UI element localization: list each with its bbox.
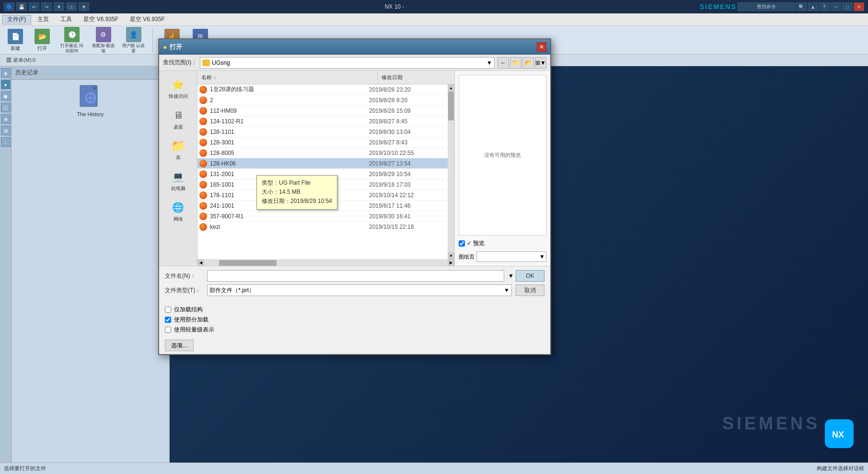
scroll-right-arrow[interactable]: ▶ [448, 259, 454, 266]
preview-options: ✓ 预览 图纸页 ▼ [459, 239, 546, 262]
file-row[interactable]: 1至28课的练习题 2019/8/26 23:20 [197, 84, 448, 95]
userdefault-icon: 👤 [126, 27, 141, 42]
filetype-select[interactable]: 部件文件（*.prt） ▼ [207, 284, 512, 296]
sidebar: 历史记录 □ The History [12, 66, 170, 462]
scroll-down-arrow[interactable]: ▼ [448, 252, 454, 259]
tb-more[interactable]: ▼ [54, 2, 64, 11]
toolbar-new-btn[interactable]: 📄 新建 [4, 27, 27, 53]
file-row[interactable]: 124-1102-R1 2019/8/27 8:45 [197, 116, 448, 127]
search-box[interactable]: 查找命令 [738, 2, 795, 11]
col-name-header[interactable]: 名称 ↑ [197, 71, 378, 84]
file-date: 2019/10/15 22:18 [369, 224, 446, 230]
maximize-btn[interactable]: □ [842, 2, 853, 11]
tb-undo[interactable]: ↩ [29, 2, 39, 11]
expand-btn[interactable]: ▲ [808, 2, 818, 11]
minimize-btn[interactable]: ─ [831, 2, 841, 11]
nav-pc[interactable]: 💻 此电脑 [162, 167, 195, 194]
sidebar-icon-1[interactable]: ◈ [1, 68, 11, 78]
sidebar-icon-4[interactable]: ◫ [1, 103, 11, 112]
file-row[interactable]: 2 2019/8/28 9:20 [197, 95, 448, 106]
horizontal-scrollbar[interactable]: ◀ ▶ [197, 259, 454, 266]
sidebar-icon-7[interactable]: ↕ [1, 137, 11, 147]
file-scroll-area: 1至28课的练习题 2019/8/26 23:20 2 2019/8/28 9:… [197, 84, 454, 259]
filename-dropdown[interactable]: ▼ [508, 273, 512, 279]
file-name: 2 [210, 97, 369, 104]
preview-checkbox[interactable]: ✓ 预览 [459, 239, 546, 248]
scroll-thumb[interactable] [448, 92, 454, 120]
nav-library[interactable]: 📁 库 [162, 136, 195, 163]
dialog-title-text: ● 打开 [163, 43, 182, 51]
tb-redo[interactable]: ↪ [41, 2, 52, 11]
page-dropdown[interactable]: ▼ [476, 251, 546, 262]
sidebar-icon-3[interactable]: ◉ [1, 91, 11, 101]
menu-star2[interactable]: 星空 V6.935F [125, 15, 170, 24]
file-row[interactable]: 128-1101 2019/8/30 13:04 [197, 127, 448, 137]
file-row[interactable]: 357-9007-R1 2019/8/30 16:41 [197, 211, 448, 222]
tb-extra[interactable]: ▼ [79, 2, 89, 11]
cancel-button[interactable]: 取消 [516, 284, 544, 296]
menu-tools[interactable]: 工具 [55, 15, 77, 24]
file-date: 2019/8/27 8:45 [369, 118, 446, 125]
library-icon: 📁 [171, 138, 186, 154]
file-nx-icon [199, 170, 207, 178]
search-icon[interactable]: 🔍 [796, 2, 807, 11]
partial-load-checkbox[interactable] [165, 317, 171, 323]
toolbar-userdefault-btn[interactable]: 👤 用户默 认设置 [120, 25, 147, 55]
app-close-btn[interactable]: ✕ [854, 2, 864, 11]
sidebar-icon-6[interactable]: ⊞ [1, 126, 11, 135]
tb-save[interactable]: 💾 [16, 2, 27, 11]
toolbar-recent-btn[interactable]: 🕐 打开最近 问的部件 [58, 25, 86, 55]
history-item[interactable]: The History [77, 84, 104, 117]
history-item-label: The History [77, 111, 104, 117]
load-struct-checkbox[interactable] [165, 307, 171, 313]
nav-quick-access[interactable]: ⭐ 快速访问 [162, 75, 195, 102]
file-name: 124-1102-R1 [210, 118, 369, 125]
siemens-logo: SIEMENS [700, 3, 737, 11]
dialog-nav-btns: ← 📁 📂 ⊞▼ [498, 57, 546, 69]
file-date: 2019/8/30 16:41 [369, 213, 446, 220]
page-select-row: 图纸页 ▼ [459, 251, 546, 262]
filename-input[interactable] [207, 270, 504, 282]
app-title: NX 10 - [89, 3, 700, 10]
toolbar-open-btn[interactable]: 📂 打开 [31, 27, 54, 53]
app-menu-icon[interactable]: 🔵 [4, 2, 14, 11]
menu-home[interactable]: 主页 [32, 15, 54, 24]
location-input[interactable]: UGsng ▼ [200, 57, 495, 69]
options-button[interactable]: 选项... [165, 340, 194, 351]
ok-button[interactable]: OK [516, 270, 544, 282]
dialog-close-btn[interactable]: ✕ [537, 42, 546, 52]
menu-file[interactable]: 文件(F) [2, 15, 31, 24]
sort-arrow: ↑ [214, 75, 216, 80]
nav-back-btn[interactable]: ← [498, 57, 509, 69]
scroll-left-arrow[interactable]: ◀ [197, 259, 204, 266]
filetype-row: 文件类型(T)： 部件文件（*.prt） ▼ 取消 [165, 284, 544, 296]
nav-create-btn[interactable]: 📂 [522, 57, 534, 69]
tb-cmd[interactable]: □□ [66, 2, 77, 11]
file-row[interactable]: 128-HK06 2019/8/27 13:54 [197, 158, 448, 169]
col-date-header[interactable]: 修改日期 [378, 71, 454, 84]
horiz-thumb[interactable] [219, 260, 277, 266]
partial-load-row[interactable]: 使用部分加载 [165, 316, 544, 324]
nav-up-btn[interactable]: 📁 [510, 57, 521, 69]
nav-network[interactable]: 🌐 网络 [162, 198, 195, 225]
sidebar-content: The History [12, 80, 169, 462]
lightweight-checkbox[interactable] [165, 327, 171, 333]
nav-view-btn[interactable]: ⊞▼ [535, 57, 546, 69]
sub-menu-icon[interactable]: ☰ 菜单(M)① [2, 55, 41, 65]
preview-check-input[interactable] [459, 240, 465, 247]
file-row[interactable]: 128-3001 2019/8/27 8:43 [197, 137, 448, 148]
scroll-up-arrow[interactable]: ▲ [448, 84, 454, 91]
file-date: 2019/8/17 11:46 [369, 202, 446, 209]
load-struct-row[interactable]: 仅加载结构 [165, 306, 544, 314]
menu-star1[interactable]: 星空 V6.935F [78, 15, 124, 24]
vertical-scrollbar[interactable]: ▲ ▼ [448, 84, 454, 259]
file-row[interactable]: 112-HM09 2019/8/26 15:09 [197, 106, 448, 116]
sidebar-icon-2[interactable]: ● [1, 80, 11, 89]
help-btn[interactable]: ? [819, 2, 830, 11]
file-row[interactable]: kezi 2019/10/15 22:18 [197, 222, 448, 232]
lightweight-row[interactable]: 使用轻量级表示 [165, 326, 544, 334]
nav-desktop[interactable]: 🖥 桌面 [162, 106, 195, 132]
sidebar-icon-5[interactable]: ⊕ [1, 114, 11, 124]
file-row[interactable]: 128-8005 2019/10/10 22:55 [197, 148, 448, 158]
toolbar-load-btn[interactable]: ⚙ 装配加 载选项 [90, 25, 116, 55]
